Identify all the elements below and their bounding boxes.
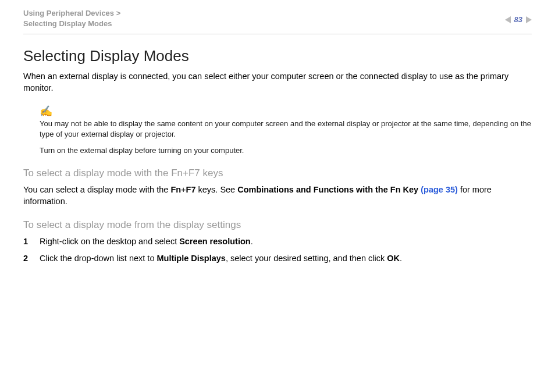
step-1: Right-click on the desktop and select Sc… xyxy=(23,236,532,248)
header-divider xyxy=(23,34,532,34)
pager: 83 xyxy=(505,15,532,24)
steps-list: Right-click on the desktop and select Sc… xyxy=(23,236,532,265)
breadcrumb-current: Selecting Display Modes xyxy=(23,19,120,29)
section1-heading: To select a display mode with the Fn+F7 … xyxy=(23,168,532,179)
prev-page-icon[interactable] xyxy=(505,16,511,23)
note-icon: ✍ xyxy=(40,105,532,117)
page-title: Selecting Display Modes xyxy=(23,47,532,65)
step-2: Click the drop-down list next to Multipl… xyxy=(23,252,532,265)
breadcrumb-parent: Using Peripheral Devices > xyxy=(23,8,120,19)
note-text-2: Turn on the external display before turn… xyxy=(40,145,532,156)
page-35-link[interactable]: (page 35) xyxy=(418,185,458,194)
next-page-icon[interactable] xyxy=(526,16,532,23)
note-text-1: You may not be able to display the same … xyxy=(40,119,532,140)
page-number: 83 xyxy=(513,15,524,24)
note-block: ✍ You may not be able to display the sam… xyxy=(40,105,532,156)
section1-text: You can select a display mode with the F… xyxy=(23,184,532,208)
section2-heading: To select a display mode from the displa… xyxy=(23,219,532,231)
breadcrumb: Using Peripheral Devices > Selecting Dis… xyxy=(23,8,120,29)
intro-text: When an external display is connected, y… xyxy=(23,71,532,94)
